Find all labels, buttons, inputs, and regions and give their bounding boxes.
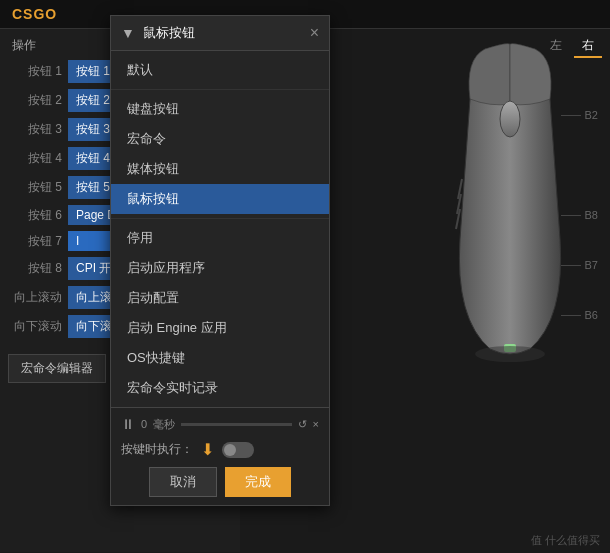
confirm-button[interactable]: 完成 (225, 467, 291, 497)
dropdown-item[interactable]: 启动 Engine 应用 (111, 313, 329, 343)
b8-text: B8 (585, 209, 598, 221)
action-label: 向下滚动 (8, 318, 68, 335)
dropdown-bottom: ⏸ 0 毫秒 ↺ × 按键时执行： ⬇ 取消 完成 (111, 407, 329, 505)
dropdown-item[interactable]: 鼠标按钮 (111, 184, 329, 214)
sec-label: 毫秒 (153, 417, 175, 432)
action-label: 按钮 7 (8, 233, 68, 250)
svg-point-0 (500, 101, 520, 137)
action-label: 按钮 2 (8, 92, 68, 109)
progress-row: ⏸ 0 毫秒 ↺ × (121, 416, 319, 432)
refresh-icon[interactable]: ↺ (298, 418, 307, 431)
dropdown-section: 停用启动应用程序启动配置启动 Engine 应用OS快捷键宏命令实时记录 (111, 219, 329, 407)
action-label: 向上滚动 (8, 289, 68, 306)
progress-zero: 0 (141, 418, 147, 430)
line-b6 (561, 315, 581, 316)
progress-bar (181, 423, 291, 426)
cancel-button[interactable]: 取消 (149, 467, 217, 497)
b6-text: B6 (585, 309, 598, 321)
section-label: 操作 (12, 37, 36, 54)
app-title: CSGO (12, 6, 57, 22)
dropdown-section: 键盘按钮宏命令媒体按钮鼠标按钮 (111, 90, 329, 219)
svg-point-5 (475, 346, 545, 362)
close-small-icon[interactable]: × (313, 418, 319, 430)
dropdown-item[interactable]: 默认 (111, 55, 329, 85)
dropdown-item[interactable]: 宏命令 (111, 124, 329, 154)
action-label: 按钮 3 (8, 121, 68, 138)
line-b8 (561, 215, 581, 216)
toggle-label: 按键时执行： (121, 441, 193, 458)
dropdown-item[interactable]: 键盘按钮 (111, 94, 329, 124)
toggle-switch[interactable] (222, 442, 254, 458)
dropdown-item[interactable]: 宏命令实时记录 (111, 373, 329, 403)
dropdown-item[interactable]: 启动应用程序 (111, 253, 329, 283)
line-b2 (561, 115, 581, 116)
label-b6: B6 (561, 309, 598, 321)
dropdown-item[interactable]: OS快捷键 (111, 343, 329, 373)
dropdown-header: ▼ 鼠标按钮 × (111, 16, 329, 51)
b2-text: B2 (585, 109, 598, 121)
action-label: 按钮 5 (8, 179, 68, 196)
action-label: 按钮 8 (8, 260, 68, 277)
dropdown-item[interactable]: 启动配置 (111, 283, 329, 313)
dropdown-sections: 默认键盘按钮宏命令媒体按钮鼠标按钮停用启动应用程序启动配置启动 Engine 应… (111, 51, 329, 407)
dropdown-title: 鼠标按钮 (143, 24, 302, 42)
dropdown-expand-icon: ▼ (121, 25, 135, 41)
dropdown-close-button[interactable]: × (310, 25, 319, 41)
label-b8: B8 (561, 209, 598, 221)
action-label: 按钮 1 (8, 63, 68, 80)
button-row: 取消 完成 (121, 467, 319, 497)
pause-icon[interactable]: ⏸ (121, 416, 135, 432)
dropdown-item[interactable]: 停用 (111, 223, 329, 253)
watermark: 值 什么值得买 (531, 533, 600, 548)
action-label: 按钮 4 (8, 150, 68, 167)
dropdown-section: 默认 (111, 51, 329, 90)
toggle-down-icon: ⬇ (201, 440, 214, 459)
label-b7: B7 (561, 259, 598, 271)
macro-editor-button[interactable]: 宏命令编辑器 (8, 354, 106, 383)
toggle-row: 按键时执行： ⬇ (121, 440, 319, 459)
dropdown-overlay: ▼ 鼠标按钮 × 默认键盘按钮宏命令媒体按钮鼠标按钮停用启动应用程序启动配置启动… (110, 15, 330, 506)
action-label: 按钮 6 (8, 207, 68, 224)
line-b7 (561, 265, 581, 266)
b7-text: B7 (585, 259, 598, 271)
dropdown-item[interactable]: 媒体按钮 (111, 154, 329, 184)
label-b2: B2 (561, 109, 598, 121)
